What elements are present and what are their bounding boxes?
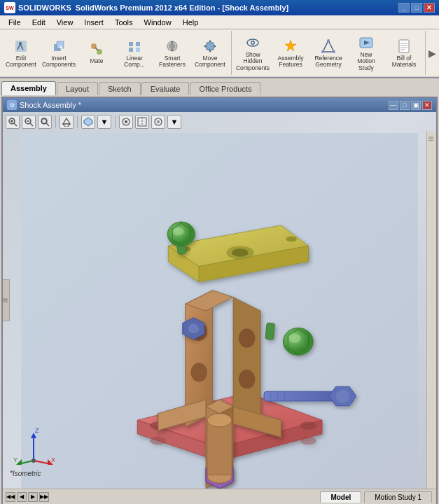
more-tools-button[interactable]: ▶ xyxy=(426,31,439,75)
view-toolbar-separator-1 xyxy=(55,115,56,128)
display-dropdown-button[interactable]: ▼ xyxy=(97,115,111,129)
svg-rect-27 xyxy=(399,40,409,52)
assembly-features-button[interactable]: AssemblyFeatures xyxy=(272,36,309,71)
smart-fasteners-icon xyxy=(164,38,181,55)
doc-fullscreen-button[interactable]: ▣ xyxy=(411,101,421,110)
zoom-in-button[interactable] xyxy=(6,115,20,129)
svg-text:+: + xyxy=(59,43,63,51)
view-toolbar-separator-3 xyxy=(115,115,116,128)
sw-logo-icon: SW xyxy=(4,2,15,13)
svg-line-40 xyxy=(46,123,49,126)
smart-fasteners-label: SmartFasteners xyxy=(159,55,186,69)
menu-file[interactable]: File xyxy=(3,17,27,28)
bill-of-materials-button[interactable]: Bill ofMaterials xyxy=(386,36,422,71)
linear-comp-icon xyxy=(126,38,143,55)
smart-fasteners-button[interactable]: SmartFasteners xyxy=(154,36,190,71)
coordinate-triad: Z X Y xyxy=(13,426,55,468)
doc-tabs: Model Motion Study 1 xyxy=(320,491,433,503)
svg-line-37 xyxy=(30,123,33,126)
assembly-drawing xyxy=(3,133,436,489)
doc-bottom-bar: ◀◀ ◀ ▶ ▶▶ Model Motion Study 1 xyxy=(3,489,436,504)
section-view-button[interactable] xyxy=(135,115,149,129)
tab-layout[interactable]: Layout xyxy=(57,82,98,95)
doc-next-button[interactable]: ▶ xyxy=(28,492,38,502)
svg-point-54 xyxy=(150,437,166,445)
move-component-label: MoveComponent xyxy=(195,55,225,69)
zoom-out-button[interactable] xyxy=(22,115,36,129)
doc-tab-model[interactable]: Model xyxy=(320,491,361,503)
title-controls[interactable]: _ □ ✕ xyxy=(398,3,435,13)
mate-label: Mate xyxy=(90,58,104,64)
view-orient-button[interactable] xyxy=(60,115,74,129)
svg-point-82 xyxy=(288,333,301,343)
menu-insert[interactable]: Insert xyxy=(78,17,109,28)
doc-nav-controls: ◀◀ ◀ ▶ ▶▶ xyxy=(6,492,49,502)
tab-evaluate[interactable]: Evaluate xyxy=(141,82,190,95)
svg-point-44 xyxy=(125,120,127,123)
right-panel-collapse[interactable]: ||| xyxy=(426,131,436,489)
svg-point-64 xyxy=(239,328,255,347)
menu-tools[interactable]: Tools xyxy=(109,17,139,28)
assembly-features-icon xyxy=(282,38,299,55)
svg-text:X: X xyxy=(51,456,55,463)
mate-button[interactable]: Mate xyxy=(78,38,115,66)
show-hidden-label: ShowHiddenComponents xyxy=(236,52,270,71)
svg-point-23 xyxy=(321,50,324,53)
svg-rect-96 xyxy=(207,420,232,475)
document-titlebar: ⚙ Shock Assembly * — □ ▣ ✕ xyxy=(3,98,436,112)
svg-point-73 xyxy=(286,237,297,242)
view-settings-dropdown[interactable]: ▼ xyxy=(167,115,181,129)
new-motion-study-button[interactable]: NewMotionStudy xyxy=(348,32,384,74)
doc-prev-button[interactable]: ◀ xyxy=(17,492,27,502)
svg-point-107 xyxy=(32,458,36,463)
toolbar-group-2: ShowHiddenComponents AssemblyFeatures xyxy=(232,31,426,75)
doc-close-button[interactable]: ✕ xyxy=(422,101,432,110)
doc-title-icon: ⚙ xyxy=(7,100,17,110)
linear-comp-button[interactable]: LinearComp... xyxy=(116,36,153,71)
svg-marker-42 xyxy=(84,118,92,126)
display-style-button[interactable] xyxy=(81,115,95,129)
maximize-button[interactable]: □ xyxy=(411,3,422,13)
menu-bar: File Edit View Insert Tools Window Help xyxy=(0,15,439,29)
svg-point-88 xyxy=(336,389,350,403)
view-settings-button[interactable] xyxy=(151,115,165,129)
svg-text:Y: Y xyxy=(13,456,18,463)
doc-first-button[interactable]: ◀◀ xyxy=(6,492,15,502)
assembly-features-label: AssemblyFeatures xyxy=(278,55,304,69)
edit-component-button[interactable]: EditComponent xyxy=(3,36,39,71)
tab-sketch[interactable]: Sketch xyxy=(99,82,141,95)
svg-rect-41 xyxy=(42,119,46,123)
close-button[interactable]: ✕ xyxy=(424,3,435,13)
move-component-button[interactable]: MoveComponent xyxy=(192,36,228,71)
reference-geometry-button[interactable]: ReferenceGeometry xyxy=(310,36,347,71)
main-toolbar: EditComponent + InsertComponents xyxy=(0,29,439,77)
menu-window[interactable]: Window xyxy=(139,17,177,28)
svg-point-55 xyxy=(300,437,316,445)
insert-components-button[interactable]: + InsertComponents xyxy=(41,36,77,71)
reference-geometry-icon xyxy=(320,38,337,55)
zoom-to-fit-button[interactable] xyxy=(38,115,52,129)
app-name: SOLIDWORKS xyxy=(18,4,71,12)
svg-rect-8 xyxy=(129,42,133,46)
tab-assembly[interactable]: Assembly xyxy=(1,81,56,95)
doc-last-button[interactable]: ▶▶ xyxy=(39,492,49,502)
doc-restore-button[interactable]: □ xyxy=(400,101,410,110)
menu-edit[interactable]: Edit xyxy=(27,17,51,28)
tab-office-products[interactable]: Office Products xyxy=(190,82,260,95)
svg-rect-10 xyxy=(129,48,133,52)
edit-component-icon xyxy=(13,38,29,55)
svg-point-1 xyxy=(19,42,22,45)
menu-view[interactable]: View xyxy=(51,17,79,28)
svg-point-53 xyxy=(300,421,316,430)
doc-tab-motion-study[interactable]: Motion Study 1 xyxy=(364,491,432,503)
viewport: ▼ ▼ ||| xyxy=(3,112,436,489)
doc-minimize-button[interactable]: — xyxy=(389,101,398,110)
reference-geometry-label: ReferenceGeometry xyxy=(314,55,342,69)
hide-show-button[interactable] xyxy=(119,115,133,129)
tab-bar: Assembly Layout Sketch Evaluate Office P… xyxy=(0,78,439,95)
doc-window-controls[interactable]: — □ ▣ ✕ xyxy=(389,101,432,110)
minimize-button[interactable]: _ xyxy=(398,3,410,13)
svg-point-65 xyxy=(239,370,255,388)
show-hidden-button[interactable]: ShowHiddenComponents xyxy=(235,32,271,74)
menu-help[interactable]: Help xyxy=(177,17,204,28)
